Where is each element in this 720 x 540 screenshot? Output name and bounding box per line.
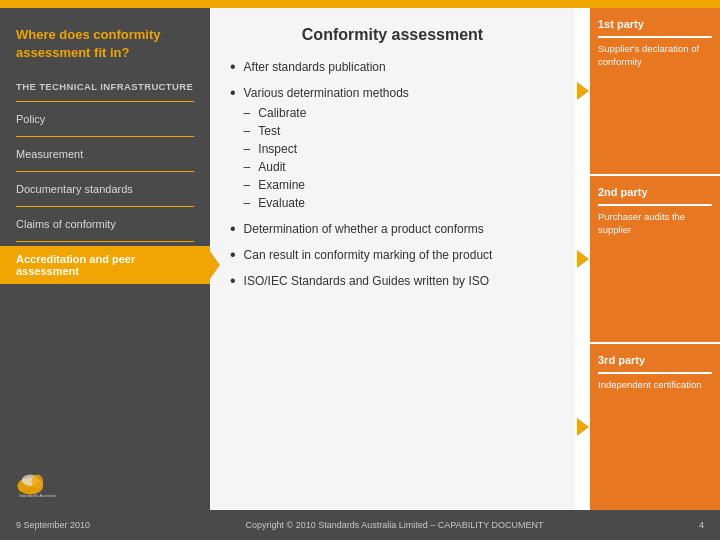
method-evaluate: Evaluate [244,194,409,212]
svg-point-2 [32,475,43,489]
determination-methods-list: Calibrate Test Inspect Audit Examine Eva… [244,104,409,212]
sidebar-item-claims-of-conformity[interactable]: Claims of conformity [0,211,210,237]
second-party-content: 2nd party Purchaser audits the supplier [590,176,720,342]
sidebar-item-divider-1 [16,136,194,137]
second-party-section: 2nd party Purchaser audits the supplier [575,174,720,342]
bullet-conformity-marking: • Can result in conformity marking of th… [230,248,555,264]
method-calibrate: Calibrate [244,104,409,122]
first-party-label: 1st party [598,18,712,30]
sidebar-item-divider-3 [16,206,194,207]
bullet-determination: • Determination of whether a product con… [230,222,555,238]
bullet-after-standards: • After standards publication [230,60,555,76]
method-audit: Audit [244,158,409,176]
first-party-arrow-col [575,8,590,174]
sidebar-section-label: THE TECHNICAL INFRASTRUCTURE [0,73,210,97]
first-party-content: 1st party Supplier's declaration of conf… [590,8,720,174]
bullet-dot-2: • [230,84,236,102]
bullet-various-methods: • Various determination methods Calibrat… [230,86,555,212]
sidebar-item-measurement[interactable]: Measurement [0,141,210,167]
sidebar: Where does conformity assessment fit in?… [0,8,210,510]
sidebar-section-divider [16,101,194,102]
first-party-arrow [577,82,589,100]
sidebar-item-documentary-standards[interactable]: Documentary standards [0,176,210,202]
bullet-dot-3: • [230,220,236,238]
top-bar [0,0,720,8]
bullet-dot-5: • [230,272,236,290]
conformity-title: Conformity assessment [230,26,555,44]
third-party-arrow-col [575,344,590,510]
main-content: Conformity assessment • After standards … [210,8,720,510]
method-test: Test [244,122,409,140]
second-party-arrow-col [575,176,590,342]
footer-copyright: Copyright © 2010 Standards Australia Lim… [246,520,544,530]
sidebar-item-divider-4 [16,241,194,242]
second-party-label: 2nd party [598,186,712,198]
first-party-divider [598,36,712,38]
sidebar-item-accreditation[interactable]: Accreditation and peer assessment [0,246,210,284]
second-party-divider [598,204,712,206]
third-party-content: 3rd party Independent certification [590,344,720,510]
second-party-description: Purchaser audits the supplier [598,211,712,237]
footer-page-number: 4 [699,520,704,530]
footer: 9 September 2010 Copyright © 2010 Standa… [0,510,720,540]
method-examine: Examine [244,176,409,194]
center-panel: Conformity assessment • After standards … [210,8,575,510]
second-party-arrow [577,250,589,268]
footer-date: 9 September 2010 [16,520,90,530]
bullet-dot-1: • [230,58,236,76]
sidebar-title: Where does conformity assessment fit in? [0,8,210,73]
method-inspect: Inspect [244,140,409,158]
first-party-section: 1st party Supplier's declaration of conf… [575,8,720,174]
third-party-arrow [577,418,589,436]
third-party-description: Independent certification [598,379,712,392]
third-party-section: 3rd party Independent certification [575,342,720,510]
standards-australia-logo: Standards Australia [16,466,66,498]
svg-text:Standards Australia: Standards Australia [19,493,56,498]
first-party-description: Supplier's declaration of conformity [598,43,712,69]
various-methods-content: Various determination methods Calibrate … [244,86,409,212]
sidebar-item-policy[interactable]: Policy [0,106,210,132]
right-panel: 1st party Supplier's declaration of conf… [575,8,720,510]
third-party-divider [598,372,712,374]
bullet-dot-4: • [230,246,236,264]
sidebar-item-divider-2 [16,171,194,172]
bullet-iso-iec: • ISO/IEC Standards and Guides written b… [230,274,555,290]
third-party-label: 3rd party [598,354,712,366]
sidebar-logo: Standards Australia [0,454,210,510]
